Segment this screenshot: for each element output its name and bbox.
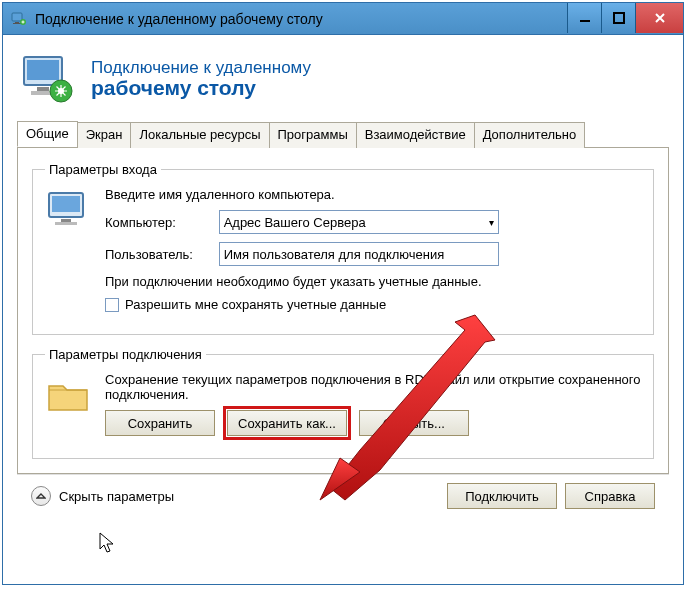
svg-rect-2 — [13, 23, 21, 24]
client-area: Подключение к удаленному рабочему столу … — [3, 35, 683, 584]
minimize-button[interactable] — [567, 3, 601, 33]
rdp-window: Подключение к удаленному рабочему столу — [2, 2, 684, 585]
tab-display[interactable]: Экран — [77, 122, 132, 148]
intro-text: Введите имя удаленного компьютера. — [105, 187, 641, 202]
svg-point-11 — [58, 88, 64, 94]
creds-note: При подключении необходимо будет указать… — [105, 274, 641, 289]
svg-rect-14 — [61, 219, 71, 222]
user-label: Пользователь: — [105, 247, 215, 262]
svg-rect-4 — [580, 20, 590, 22]
chevron-down-icon: ▾ — [489, 217, 494, 228]
login-settings-group: Параметры входа Введите имя удаленного к… — [32, 162, 654, 335]
connection-settings-group: Параметры подключения Сохранение текущих… — [32, 347, 654, 459]
dialog-header: Подключение к удаленному рабочему столу — [17, 45, 669, 121]
connect-button[interactable]: Подключить — [447, 483, 557, 509]
allow-save-checkbox[interactable]: Разрешить мне сохранять учетные данные — [105, 297, 641, 312]
folder-icon — [45, 372, 93, 420]
bottom-bar: Скрыть параметры Подключить Справка — [17, 474, 669, 519]
svg-rect-15 — [55, 222, 77, 225]
collapse-options-button[interactable] — [31, 486, 51, 506]
checkbox-box — [105, 298, 119, 312]
conn-note: Сохранение текущих параметров подключени… — [105, 372, 641, 402]
header-line1: Подключение к удаленному — [91, 58, 311, 78]
svg-rect-0 — [12, 13, 22, 21]
tabstrip: Общие Экран Локальные ресурсы Программы … — [17, 121, 669, 148]
svg-rect-13 — [52, 196, 80, 212]
login-legend: Параметры входа — [45, 162, 161, 177]
user-value: Имя пользователя для подключения — [224, 247, 445, 262]
tab-programs[interactable]: Программы — [269, 122, 357, 148]
computer-value: Адрес Вашего Сервера — [224, 215, 366, 230]
header-titles: Подключение к удаленному рабочему столу — [91, 58, 311, 100]
titlebar-text: Подключение к удаленному рабочему столу — [35, 11, 567, 27]
svg-rect-7 — [27, 60, 59, 80]
rdp-logo-icon — [21, 51, 77, 107]
svg-rect-5 — [614, 13, 624, 23]
svg-rect-8 — [37, 87, 49, 91]
save-button[interactable]: Сохранить — [105, 410, 215, 436]
tab-general[interactable]: Общие — [17, 121, 78, 147]
username-input[interactable]: Имя пользователя для подключения — [219, 242, 499, 266]
save-as-button[interactable]: Сохранить как... — [227, 410, 347, 436]
computer-label: Компьютер: — [105, 215, 215, 230]
maximize-button[interactable] — [601, 3, 635, 33]
hide-options-link[interactable]: Скрыть параметры — [59, 489, 174, 504]
close-button[interactable] — [635, 3, 683, 33]
tab-advanced[interactable]: Дополнительно — [474, 122, 586, 148]
window-controls — [567, 3, 683, 34]
titlebar[interactable]: Подключение к удаленному рабочему столу — [3, 3, 683, 35]
allow-save-label: Разрешить мне сохранять учетные данные — [125, 297, 386, 312]
help-button[interactable]: Справка — [565, 483, 655, 509]
tab-panel-general: Параметры входа Введите имя удаленного к… — [17, 148, 669, 474]
open-button[interactable]: Открыть... — [359, 410, 469, 436]
header-line2: рабочему столу — [91, 76, 311, 100]
tab-local[interactable]: Локальные ресурсы — [130, 122, 269, 148]
computer-combo[interactable]: Адрес Вашего Сервера ▾ — [219, 210, 499, 234]
app-icon — [11, 11, 27, 27]
tab-experience[interactable]: Взаимодействие — [356, 122, 475, 148]
conn-legend: Параметры подключения — [45, 347, 206, 362]
svg-rect-1 — [15, 22, 19, 23]
computer-icon — [45, 187, 93, 235]
